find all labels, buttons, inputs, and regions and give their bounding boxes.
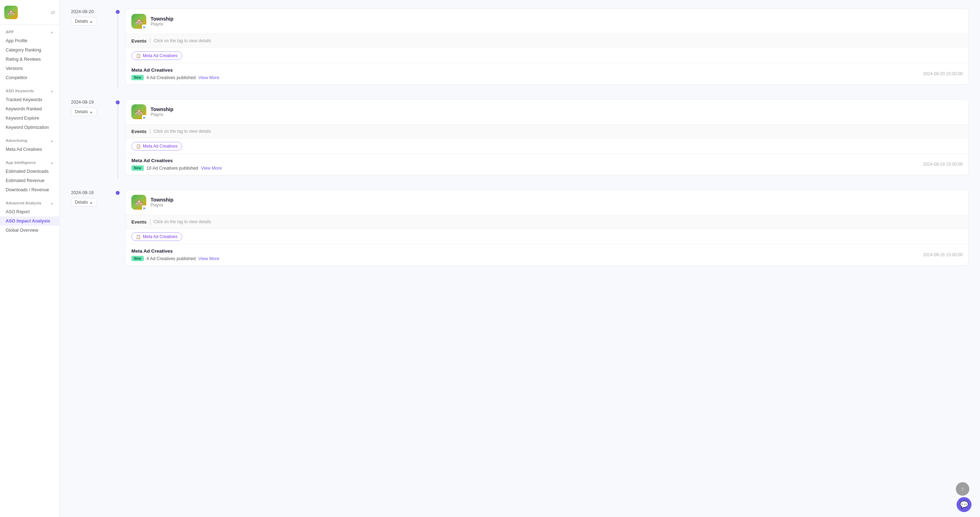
events-row: Events | Click on the tag to view detail… xyxy=(126,125,968,138)
event-tag-meta-ad-creatives[interactable]: 📋 Meta Ad Creatives xyxy=(131,51,182,60)
chat-button[interactable]: 💬 xyxy=(956,497,972,512)
play-store-badge: ▶ xyxy=(142,24,147,29)
sidebar-item-meta-ad-creatives[interactable]: Meta Ad Creatives xyxy=(0,145,59,154)
timeline-dot-col xyxy=(116,8,120,88)
sidebar-item-keywords-ranked[interactable]: Keywords Ranked xyxy=(0,104,59,114)
nav-section-aso-keywords: ASO Keywords▲Tracked KeywordsKeywords Ra… xyxy=(0,84,59,133)
event-timestamp: 2024-08-19 15:00:00 xyxy=(923,162,963,167)
timeline-content: 🏘️ ▶ Township Playrix Events | Click on … xyxy=(125,189,969,266)
sidebar-item-category-ranking[interactable]: Category Ranking xyxy=(0,45,59,55)
sidebar-header: 🏘️ ⇄ xyxy=(0,0,59,25)
event-tag-meta-ad-creatives[interactable]: 📋 Meta Ad Creatives xyxy=(131,142,182,151)
event-tag-meta-ad-creatives[interactable]: 📋 Meta Ad Creatives xyxy=(131,232,182,241)
details-button[interactable]: Details ▲ xyxy=(71,17,97,25)
chevron-up-icon: ▲ xyxy=(89,19,93,24)
tag-label: Meta Ad Creatives xyxy=(143,144,178,149)
switch-icon[interactable]: ⇄ xyxy=(51,10,55,15)
sidebar-item-estimated-revenue[interactable]: Estimated Revenue xyxy=(0,176,59,185)
timeline-content: 🏘️ ▶ Township Playrix Events | Click on … xyxy=(125,8,969,85)
section-arrow: ▲ xyxy=(50,30,54,34)
timeline-date: 2024-08-20 xyxy=(71,9,94,14)
sidebar-item-app-profile[interactable]: App Profile xyxy=(0,36,59,45)
chevron-up-icon: ▲ xyxy=(89,200,93,205)
event-detail-row: Meta Ad Creatives New 10 Ad Creatives pu… xyxy=(126,154,968,175)
app-card-info: Township Playrix xyxy=(151,16,173,27)
sidebar-item-competitor[interactable]: Competitor xyxy=(0,73,59,82)
timeline-dot xyxy=(116,100,120,104)
timeline-dot-col xyxy=(116,189,120,269)
events-divider: | xyxy=(150,219,151,225)
view-more-link[interactable]: View More xyxy=(201,166,222,171)
event-detail-title: Meta Ad Creatives xyxy=(131,67,220,73)
timeline-container: 2024-08-20 Details ▲ 🏘️ ▶ Township Pla xyxy=(60,0,980,289)
events-divider: | xyxy=(150,128,151,135)
details-button[interactable]: Details ▲ xyxy=(71,198,97,206)
event-desc-text: 10 Ad Creatives published xyxy=(146,166,198,171)
event-detail-left: Meta Ad Creatives New 10 Ad Creatives pu… xyxy=(131,158,222,171)
event-detail-desc: New 4 Ad Creatives published View More xyxy=(131,75,220,80)
event-detail-title: Meta Ad Creatives xyxy=(131,248,220,254)
event-detail-desc: New 4 Ad Creatives published View More xyxy=(131,256,220,261)
nav-section-app: APP▲App ProfileCategory RankingRating & … xyxy=(0,25,59,84)
sidebar-item-keyword-explore[interactable]: Keyword Explore xyxy=(0,114,59,123)
event-timestamp: 2024-08-20 15:00:00 xyxy=(923,71,963,76)
events-hint: Click on the tag to view details xyxy=(154,129,211,134)
nav-section-title[interactable]: Advertising▲ xyxy=(0,137,59,145)
tag-icon: 📋 xyxy=(136,54,141,58)
timeline-line xyxy=(118,14,118,88)
timeline-date: 2024-08-16 xyxy=(71,190,94,195)
nav-section-title[interactable]: APP▲ xyxy=(0,29,59,36)
event-desc-text: 4 Ad Creatives published xyxy=(146,75,196,80)
event-detail-title: Meta Ad Creatives xyxy=(131,158,222,163)
nav-section-title[interactable]: App Intelligence▲ xyxy=(0,159,59,167)
section-arrow: ▲ xyxy=(50,139,54,143)
nav-section-advanced-analysis: Advanced Analysis▲ASO ReportASO Impact A… xyxy=(0,196,59,236)
tag-label: Meta Ad Creatives xyxy=(143,234,178,239)
scroll-to-top-button[interactable]: ↑ xyxy=(956,482,969,496)
timeline-date: 2024-08-19 xyxy=(71,100,94,105)
new-badge: New xyxy=(131,75,144,80)
details-button[interactable]: Details ▲ xyxy=(71,108,97,116)
sidebar-item-downloads-revenue[interactable]: Downloads / Revenue xyxy=(0,185,59,195)
section-label: Advertising xyxy=(6,138,27,143)
details-label: Details xyxy=(75,19,88,24)
nav-section-title[interactable]: Advanced Analysis▲ xyxy=(0,200,59,207)
events-hint: Click on the tag to view details xyxy=(154,219,211,224)
tag-icon: 📋 xyxy=(136,144,141,149)
event-tags-container: 📋 Meta Ad Creatives xyxy=(126,48,968,63)
sidebar-nav: APP▲App ProfileCategory RankingRating & … xyxy=(0,25,59,236)
sidebar-item-global-overview[interactable]: Global Overview xyxy=(0,226,59,235)
events-label: Events xyxy=(131,129,146,134)
event-detail-desc: New 10 Ad Creatives published View More xyxy=(131,165,222,171)
section-label: APP xyxy=(6,30,14,34)
app-header-row: 🏘️ ▶ Township Playrix xyxy=(126,190,968,215)
tag-label: Meta Ad Creatives xyxy=(143,53,178,58)
events-divider: | xyxy=(150,38,151,44)
sidebar-item-aso-impact-analysis[interactable]: ASO Impact Analysis xyxy=(0,216,59,226)
app-card-name: Township xyxy=(151,197,173,203)
event-tags-container: 📋 Meta Ad Creatives xyxy=(126,138,968,153)
nav-section-title[interactable]: ASO Keywords▲ xyxy=(0,87,59,95)
sidebar-item-estimated-downloads[interactable]: Estimated Downloads xyxy=(0,167,59,176)
app-header-row: 🏘️ ▶ Township Playrix xyxy=(126,99,968,125)
nav-section-advertising: Advertising▲Meta Ad Creatives xyxy=(0,133,59,155)
timeline-left: 2024-08-20 Details ▲ xyxy=(71,8,110,88)
sidebar-item-aso-report[interactable]: ASO Report xyxy=(0,207,59,216)
app-card-developer: Playrix xyxy=(151,203,173,208)
sidebar-item-rating-reviews[interactable]: Rating & Reviews xyxy=(0,55,59,64)
timeline-line xyxy=(118,104,118,178)
view-more-link[interactable]: View More xyxy=(199,256,220,261)
sidebar-item-keyword-optimization[interactable]: Keyword Optimization xyxy=(0,123,59,132)
app-card-icon: 🏘️ ▶ xyxy=(131,195,146,210)
section-arrow: ▲ xyxy=(50,89,54,93)
tag-icon: 📋 xyxy=(136,235,141,239)
new-badge: New xyxy=(131,165,144,171)
events-row: Events | Click on the tag to view detail… xyxy=(126,34,968,48)
app-card-info: Township Playrix xyxy=(151,197,173,208)
timeline-left: 2024-08-19 Details ▲ xyxy=(71,99,110,178)
sidebar-item-tracked-keywords[interactable]: Tracked Keywords xyxy=(0,95,59,104)
sidebar-item-versions[interactable]: Versions xyxy=(0,64,59,73)
section-label: App Intelligence xyxy=(6,160,36,165)
view-more-link[interactable]: View More xyxy=(199,75,220,80)
timeline-entry: 2024-08-19 Details ▲ 🏘️ ▶ Township Pla xyxy=(71,99,969,178)
